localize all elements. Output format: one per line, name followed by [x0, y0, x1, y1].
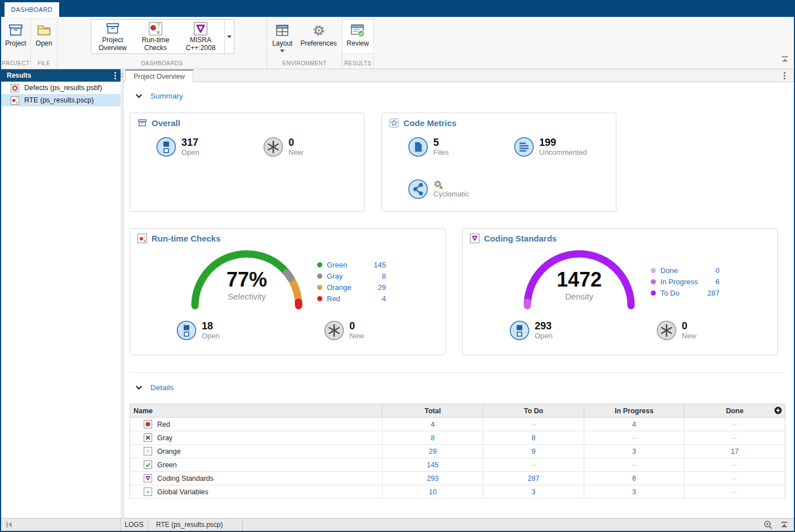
svg-text:?: ?	[157, 22, 160, 29]
ribbon-tab-dashboard[interactable]: DASHBOARD	[5, 2, 59, 17]
total-cell[interactable]: 145	[383, 458, 483, 472]
gray-check-icon	[144, 433, 152, 442]
statusbar-active-result-tab[interactable]: RTE (ps_results.pscp)	[148, 518, 243, 531]
misra-triangle-icon	[470, 234, 479, 243]
inprogress-cell[interactable]: 6	[584, 472, 685, 485]
runtime-new-stat[interactable]: 0New	[324, 320, 364, 341]
collapse-panel-icon[interactable]	[780, 521, 789, 529]
app-window: DASHBOARD Project PROJECT	[0, 0, 795, 532]
legend-item-in-progress[interactable]: In Progress6	[651, 276, 720, 287]
project-overview-button[interactable]: Project Overview	[91, 20, 134, 53]
svg-text:x: x	[157, 29, 160, 35]
open-results-icon	[509, 320, 530, 341]
table-row[interactable]: ?Orange 29 9 3 17	[130, 445, 785, 458]
cyclomatic-stat[interactable]: Cyclomatic	[408, 179, 469, 199]
sidebar-item-defects[interactable]: Defects (ps_results.psbf)	[1, 82, 121, 94]
ribbon-group-environment: Layout Preferences ENVIRONMENT	[267, 17, 343, 69]
tab-label: Project Overview	[134, 73, 185, 81]
inprogress-cell[interactable]: 3	[584, 445, 685, 458]
details-section-toggle[interactable]: Details	[135, 383, 174, 392]
column-header-total[interactable]: Total	[383, 404, 483, 418]
new-results-icon	[656, 320, 677, 341]
misra-button[interactable]: MISRA C++:2008	[177, 20, 224, 53]
column-header-name[interactable]: Name	[130, 404, 383, 418]
total-cell[interactable]: 8	[383, 431, 483, 445]
chevron-down-icon	[280, 50, 285, 52]
project-button[interactable]: Project	[1, 20, 30, 49]
legend-item-gray[interactable]: Gray8	[317, 270, 386, 281]
inprogress-cell[interactable]: 4	[584, 418, 685, 431]
legend-item-orange[interactable]: Orange29	[317, 281, 386, 293]
ribbon-group-label-project: PROJECT	[1, 59, 30, 69]
done-cell[interactable]: 17	[685, 445, 785, 458]
coding-new-stat[interactable]: 0New	[656, 320, 696, 341]
legend-item-done[interactable]: Done0	[651, 265, 720, 276]
legend-dot	[651, 279, 656, 284]
layout-button-label: Layout	[272, 39, 292, 47]
project-box-icon	[8, 21, 24, 39]
sidebar-item-rte[interactable]: ?x RTE (ps_results.pscp)	[1, 94, 121, 106]
tabstrip-menu-button[interactable]	[784, 72, 785, 79]
ribbon-group-results: Review RESULTS	[343, 17, 374, 69]
open-button[interactable]: Open	[32, 20, 56, 49]
runtime-checks-button[interactable]: ?x Run-time Checks	[134, 20, 177, 53]
overall-open-stat[interactable]: 317Open	[156, 137, 199, 157]
metric-warning-icon	[433, 180, 469, 190]
density-gauge: 1472 Density	[517, 244, 641, 315]
files-stat[interactable]: 5Files	[408, 137, 448, 157]
coding-open-stat[interactable]: 293Open	[509, 320, 553, 341]
runtime-checks-card: ?x Run-time Checks 77% Selectivity Green…	[130, 228, 446, 355]
dashboards-gallery-dropdown[interactable]	[224, 20, 234, 53]
cyclomatic-share-icon	[408, 179, 428, 199]
legend-item-to-do[interactable]: To Do287	[651, 287, 720, 298]
column-header-inprogress[interactable]: In Progress	[584, 404, 685, 418]
total-cell[interactable]: 293	[383, 472, 483, 485]
add-column-button[interactable]	[774, 406, 782, 417]
legend-item-red[interactable]: Red4	[317, 293, 386, 304]
column-header-done[interactable]: Done	[685, 404, 785, 418]
layout-button[interactable]: Layout	[268, 20, 296, 54]
uncommented-stat[interactable]: 199Uncommented	[514, 137, 587, 157]
inprogress-cell[interactable]: 3	[584, 485, 685, 499]
todo-cell[interactable]: 287	[483, 472, 584, 485]
project-button-label: Project	[5, 39, 26, 47]
files-value: 5	[433, 137, 448, 148]
total-cell[interactable]: 10	[383, 485, 483, 499]
logs-tab-label: LOGS	[125, 521, 143, 529]
collapse-ribbon-button[interactable]	[780, 55, 789, 65]
overall-new-stat[interactable]: 0New	[263, 137, 303, 157]
logs-tab[interactable]: LOGS	[121, 518, 148, 531]
runtime-open-stat[interactable]: 18Open	[176, 320, 220, 341]
table-row[interactable]: Gray 8 8 – –	[130, 431, 785, 445]
sidebar-menu-button[interactable]	[114, 72, 116, 79]
legend-dot	[651, 290, 656, 296]
ribbon-group-label-environment: ENVIRONMENT	[267, 59, 342, 69]
legend-dot	[317, 262, 322, 267]
total-cell[interactable]: 4	[383, 418, 483, 431]
table-row[interactable]: Green 145 – – –	[130, 458, 785, 472]
review-button[interactable]: Review	[343, 20, 372, 53]
coding-card-title: Coding Standards	[484, 234, 557, 243]
runtime-card-title: Run-time Checks	[152, 234, 221, 243]
layout-grid-icon	[275, 21, 290, 39]
todo-cell: –	[483, 458, 584, 472]
table-row[interactable]: xGlobal Variables 10 3 3 –	[130, 485, 785, 499]
coding-standards-card: Coding Standards 1472 Density Done0 In P…	[462, 228, 778, 355]
summary-section-toggle[interactable]: Summary	[135, 92, 183, 100]
svg-text:?: ?	[16, 97, 18, 101]
total-cell[interactable]: 29	[383, 445, 483, 458]
tab-project-overview[interactable]: Project Overview	[125, 69, 193, 82]
zoom-in-icon[interactable]	[763, 520, 773, 530]
collapse-left-icon[interactable]	[5, 521, 14, 529]
preferences-button[interactable]: Preferences	[296, 20, 341, 49]
legend-item-green[interactable]: Green145	[317, 259, 386, 270]
todo-cell[interactable]: 8	[483, 431, 584, 445]
todo-cell[interactable]: 9	[483, 445, 584, 458]
todo-cell[interactable]: 3	[483, 485, 584, 499]
table-row[interactable]: Coding Standards 293 287 6 –	[130, 472, 785, 485]
table-row[interactable]: Red 4 – 4 –	[130, 418, 785, 431]
open-results-icon	[156, 137, 176, 157]
column-header-todo[interactable]: To Do	[483, 404, 584, 418]
global-variables-icon: x	[144, 488, 152, 496]
table-header-row: Name Total To Do In Progress Done	[130, 404, 785, 418]
